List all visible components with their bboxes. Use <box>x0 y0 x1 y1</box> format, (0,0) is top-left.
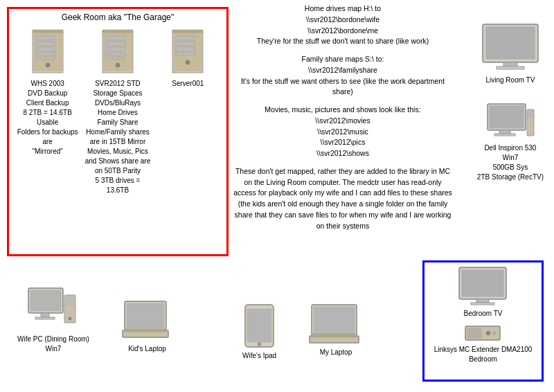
svg-rect-5 <box>36 53 55 55</box>
server-svr2012: SVR2012 STDStorage SpacesDVDs/BluRaysHom… <box>84 28 150 195</box>
svg-rect-20 <box>176 36 195 40</box>
svg-rect-36 <box>528 115 533 118</box>
server-svr2012-label: SVR2012 STDStorage SpacesDVDs/BluRaysHom… <box>84 79 150 195</box>
svg-point-16 <box>116 63 120 67</box>
svg-rect-3 <box>36 42 55 46</box>
server001: Server001 <box>155 28 221 89</box>
svg-point-63 <box>493 332 496 335</box>
svg-rect-29 <box>497 66 524 69</box>
my-laptop-icon <box>308 303 364 345</box>
svg-rect-46 <box>127 303 164 328</box>
living-room-tv-label: Living Room TV <box>485 75 535 85</box>
server001-label: Server001 <box>172 79 204 89</box>
wife-pc-label: Wife PC (Dining Room)Win7 <box>17 335 89 354</box>
svg-rect-35 <box>528 112 533 114</box>
svg-rect-42 <box>66 297 74 301</box>
svg-rect-14 <box>106 53 125 55</box>
wife-pc-unit: Wife PC (Dining Room)Win7 <box>17 287 89 354</box>
server-tower3-icon <box>167 28 208 76</box>
dell-inspiron-unit: Dell Inspiron 530Win7500GB Sys2TB Storag… <box>477 103 544 182</box>
svg-point-44 <box>69 317 72 321</box>
svg-rect-4 <box>36 47 55 51</box>
my-laptop-unit: My Laptop <box>308 303 364 357</box>
svg-rect-32 <box>499 130 510 134</box>
kids-laptop-unit: Kid's Laptop <box>121 300 173 354</box>
geek-room-box: Geek Room aka "The Garage" <box>7 7 229 256</box>
kids-laptop-icon <box>121 300 173 341</box>
extender-label: Linksys MC Extender DMA2100 Bedroom <box>428 345 538 364</box>
svg-rect-38 <box>30 290 61 311</box>
svg-rect-8 <box>33 30 63 33</box>
wifes-ipad-label: Wife's Ipad <box>242 351 276 361</box>
extender-icon <box>464 323 502 342</box>
svg-rect-2 <box>36 36 55 40</box>
svg-point-62 <box>486 331 490 335</box>
info-para3: Movies, music, pictures and shows look l… <box>232 105 454 159</box>
svg-rect-17 <box>102 30 133 33</box>
svg-rect-22 <box>176 47 195 51</box>
family-share-label: Family Share <box>98 118 138 126</box>
svg-rect-40 <box>35 317 55 319</box>
svg-rect-6 <box>36 57 55 60</box>
wifes-ipad-unit: Wife's Ipad <box>242 303 276 361</box>
info-para1: Home drives map H:\ to \\svr2012\bordone… <box>232 3 454 47</box>
svg-rect-59 <box>471 303 494 305</box>
svg-rect-31 <box>490 106 524 128</box>
info-text-area: Home drives map H:\ to \\svr2012\bordone… <box>232 3 454 231</box>
svg-rect-23 <box>176 53 195 55</box>
my-laptop-label: My Laptop <box>320 348 352 357</box>
info-para2: Family share maps S:\ to: \\svr2012\fami… <box>232 54 454 98</box>
svg-rect-13 <box>106 47 125 51</box>
server-whs: WHS 2003DVD BackupClient Backup8 2TB = 1… <box>15 28 80 157</box>
svg-rect-25 <box>172 30 203 33</box>
extender-unit: Linksys MC Extender DMA2100 Bedroom <box>428 323 538 364</box>
svg-rect-43 <box>66 302 74 305</box>
svg-rect-21 <box>176 42 195 46</box>
server-tower-icon <box>27 28 69 76</box>
svg-rect-33 <box>494 134 515 136</box>
server-whs-label: WHS 2003DVD BackupClient Backup8 2TB = 1… <box>15 79 80 157</box>
bedroom-tv-icon <box>457 266 509 306</box>
main-container: Geek Room aka "The Garage" <box>0 0 554 392</box>
wife-pc-icon <box>27 287 79 332</box>
svg-rect-27 <box>486 27 535 59</box>
info-para4: These don't get mapped, rather they are … <box>232 166 454 232</box>
bedroom-box: Bedroom TV Linksys MC Extender DMA2100 B… <box>422 260 544 382</box>
svg-rect-28 <box>503 62 517 66</box>
svg-point-51 <box>258 343 261 346</box>
svg-rect-15 <box>106 57 125 60</box>
svg-point-7 <box>46 63 50 67</box>
svg-point-24 <box>186 60 190 64</box>
server-tower2-icon <box>97 28 138 76</box>
svg-rect-55 <box>312 334 357 337</box>
living-room-tv-icon <box>479 21 542 73</box>
right-devices: Living Room TV Dell Inspiron 530Win7500G… <box>477 21 544 182</box>
bedroom-tv-unit: Bedroom TV <box>457 266 509 319</box>
geek-room-title: Geek Room aka "The Garage" <box>12 12 223 22</box>
svg-rect-12 <box>106 42 125 46</box>
kids-laptop-label: Kid's Laptop <box>128 344 166 354</box>
living-room-tv-unit: Living Room TV <box>479 21 542 85</box>
svg-rect-11 <box>106 36 125 40</box>
bedroom-tv-label: Bedroom TV <box>464 309 503 319</box>
dell-inspiron-label: Dell Inspiron 530Win7500GB Sys2TB Storag… <box>477 143 544 182</box>
svg-rect-57 <box>462 270 503 296</box>
svg-rect-50 <box>247 309 271 342</box>
svg-rect-48 <box>125 329 166 332</box>
svg-rect-53 <box>314 307 355 334</box>
dell-inspiron-icon <box>484 103 536 141</box>
svg-rect-61 <box>467 328 481 338</box>
servers-row: WHS 2003DVD BackupClient Backup8 2TB = 1… <box>12 28 223 195</box>
svg-rect-39 <box>41 313 49 317</box>
wifes-ipad-icon <box>244 303 275 348</box>
svg-rect-58 <box>476 299 489 303</box>
